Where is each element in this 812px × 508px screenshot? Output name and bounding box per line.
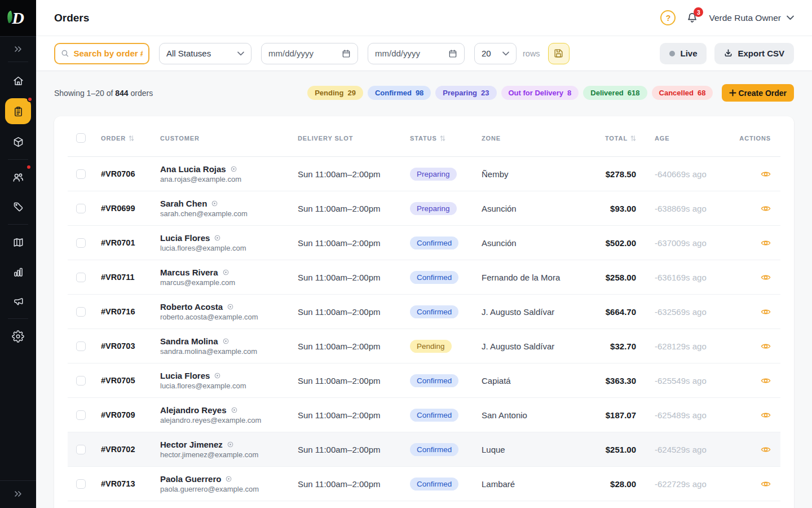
view-order-button[interactable] [761, 376, 771, 385]
date-to-input[interactable]: mm/dd/yyyy [368, 43, 465, 64]
header-cell-zone: ZONE [482, 135, 586, 142]
sidebar-expand-button[interactable] [13, 44, 23, 54]
view-order-button[interactable] [761, 239, 771, 247]
sidebar-item-products[interactable] [6, 130, 30, 154]
table-row[interactable]: #VR0709 Alejandro Reyes alejandro.reyes@… [68, 398, 780, 432]
customer-preview-icon[interactable] [227, 441, 234, 448]
header-cell-order[interactable]: ORDER [94, 135, 160, 142]
sidebar-collapse-button[interactable] [13, 489, 23, 499]
row-checkbox[interactable] [76, 479, 86, 489]
sidebar-item-orders[interactable] [5, 98, 31, 124]
save-icon [553, 48, 564, 59]
actions-cell [731, 411, 780, 419]
view-order-button[interactable] [761, 445, 771, 454]
rows-per-page-select[interactable]: 20 [474, 43, 517, 64]
status-filter-value: All Statuses [166, 49, 211, 58]
save-view-button[interactable] [548, 43, 570, 64]
page-title: Orders [54, 12, 89, 24]
view-order-button[interactable] [761, 411, 771, 419]
sidebar-item-customers[interactable] [6, 165, 30, 189]
delivery-slot: Sun 11:00am–2:00pm [298, 479, 410, 489]
status-filter-select[interactable]: All Statuses [159, 43, 251, 64]
table-row[interactable]: #VR0713 Paola Guerrero paola.guerrero@ex… [68, 467, 780, 501]
order-id: #VR0705 [101, 376, 135, 385]
calendar-icon[interactable] [448, 49, 457, 58]
export-csv-button[interactable]: Export CSV [714, 43, 794, 64]
table-row[interactable]: #VR0716 Roberto Acosta roberto.acosta@ex… [68, 295, 780, 329]
row-checkbox[interactable] [76, 445, 86, 454]
row-select-cell [68, 410, 94, 420]
order-age: -636169s ago [643, 273, 731, 282]
live-toggle-button[interactable]: Live [660, 43, 707, 64]
row-checkbox[interactable] [76, 169, 86, 179]
row-checkbox[interactable] [76, 410, 86, 420]
help-button[interactable]: ? [660, 10, 676, 25]
table-row[interactable]: #VR0702 Hector Jimenez hector.jimenez@ex… [68, 432, 780, 467]
row-checkbox[interactable] [76, 341, 86, 351]
view-order-button[interactable] [761, 204, 771, 213]
table-row[interactable]: #VR0699 Sarah Chen sarah.chen@example.co… [68, 191, 780, 226]
header-cell-total[interactable]: TOTAL [586, 135, 643, 142]
sidebar-item-zones[interactable] [6, 230, 30, 254]
customer-preview-icon[interactable] [231, 406, 238, 414]
sidebar-item-announcements[interactable] [6, 289, 30, 313]
customer-preview-icon[interactable] [211, 200, 218, 207]
row-checkbox[interactable] [76, 376, 86, 386]
customer-preview-icon[interactable] [214, 234, 221, 242]
status-chip-cancelled[interactable]: Cancelled68 [652, 86, 713, 100]
view-order-button[interactable] [761, 170, 771, 178]
actions-cell [731, 308, 780, 316]
status-chip-pending[interactable]: Pending29 [307, 86, 363, 100]
table-row[interactable]: #VR0701 Lucia Flores lucia.flores@exampl… [68, 226, 780, 260]
customer-preview-icon[interactable] [222, 269, 230, 276]
sidebar-item-home[interactable] [6, 69, 30, 93]
status-chip-preparing[interactable]: Preparing23 [435, 86, 496, 100]
table-row[interactable]: #VR0703 Sandra Molina sandra.molina@exam… [68, 329, 780, 364]
create-order-button[interactable]: Create Order [722, 84, 794, 102]
order-age: -640669s ago [643, 169, 731, 179]
header-cell-status[interactable]: STATUS [410, 135, 482, 142]
view-order-button[interactable] [761, 273, 771, 282]
date-from-input[interactable]: mm/dd/yyyy [261, 43, 358, 64]
sidebar-item-settings[interactable] [6, 325, 30, 348]
order-id: #VR0703 [101, 341, 135, 351]
divider [8, 62, 28, 62]
row-checkbox[interactable] [76, 307, 86, 317]
row-checkbox[interactable] [76, 238, 86, 248]
table-row[interactable]: #VR0705 Lucia Flores lucia.flores@exampl… [68, 364, 780, 398]
status-chip-confirmed[interactable]: Confirmed98 [368, 86, 431, 100]
table-row[interactable]: #VR0711 Marcus Rivera marcus@example.com… [68, 260, 780, 295]
rows-per-page-value: 20 [482, 49, 491, 58]
status-cell: Confirmed [410, 478, 482, 491]
row-checkbox[interactable] [76, 273, 86, 282]
view-order-button[interactable] [761, 308, 771, 316]
order-cell: #VR0709 [94, 410, 160, 420]
status-chip-delivered[interactable]: Delivered618 [583, 86, 647, 100]
customer-preview-icon[interactable] [230, 165, 237, 173]
sidebar-item-analytics[interactable] [6, 260, 30, 283]
order-cell: #VR0702 [94, 444, 160, 454]
search-input[interactable] [73, 49, 143, 58]
order-search-box[interactable] [54, 43, 149, 64]
notifications-button[interactable]: 3 [686, 11, 699, 24]
brand-logo[interactable]: D [0, 0, 36, 36]
sidebar-item-tags[interactable] [6, 195, 30, 218]
select-all-checkbox[interactable] [76, 133, 86, 143]
date-to-value: mm/dd/yyyy [375, 49, 420, 58]
table-row[interactable]: #VR0706 Ana Lucia Rojas ana.rojas@exampl… [68, 157, 780, 191]
customer-preview-icon[interactable] [225, 475, 232, 483]
zone: Ñemby [482, 169, 586, 179]
customer-preview-icon[interactable] [214, 372, 221, 379]
status-chip-out-for-delivery[interactable]: Out for Delivery8 [501, 86, 579, 100]
customer-email: sarah.chen@example.com [160, 209, 298, 218]
view-order-button[interactable] [761, 480, 771, 488]
row-checkbox[interactable] [76, 204, 86, 213]
customer-email: lucia.flores@example.com [160, 382, 298, 390]
user-menu[interactable]: Verde Ruta Owner [709, 13, 794, 23]
customer-preview-icon[interactable] [222, 338, 230, 345]
eye-icon [761, 342, 771, 351]
customer-preview-icon[interactable] [227, 303, 234, 310]
calendar-icon[interactable] [342, 49, 351, 58]
view-order-button[interactable] [761, 342, 771, 351]
row-select-cell [68, 479, 94, 489]
